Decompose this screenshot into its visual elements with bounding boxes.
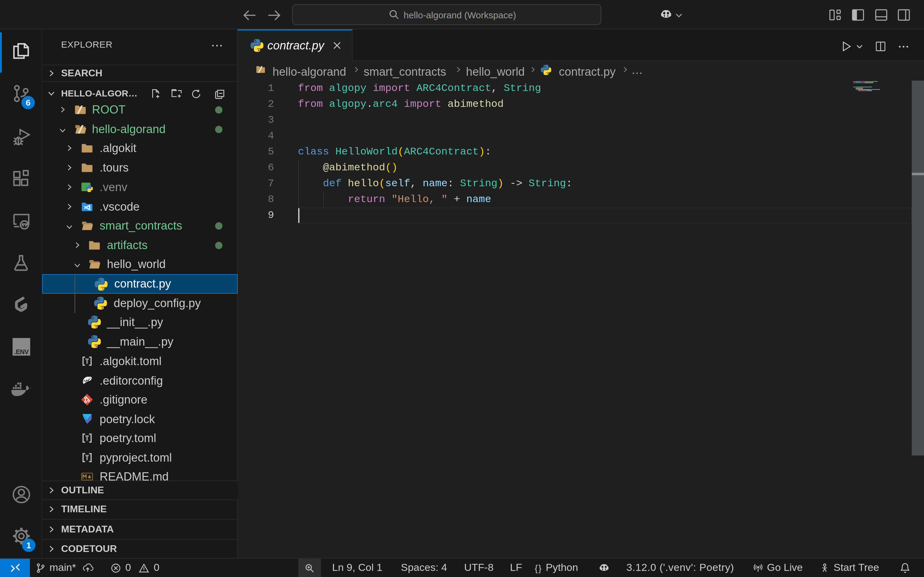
svg-text:.ENV: .ENV <box>14 348 29 356</box>
